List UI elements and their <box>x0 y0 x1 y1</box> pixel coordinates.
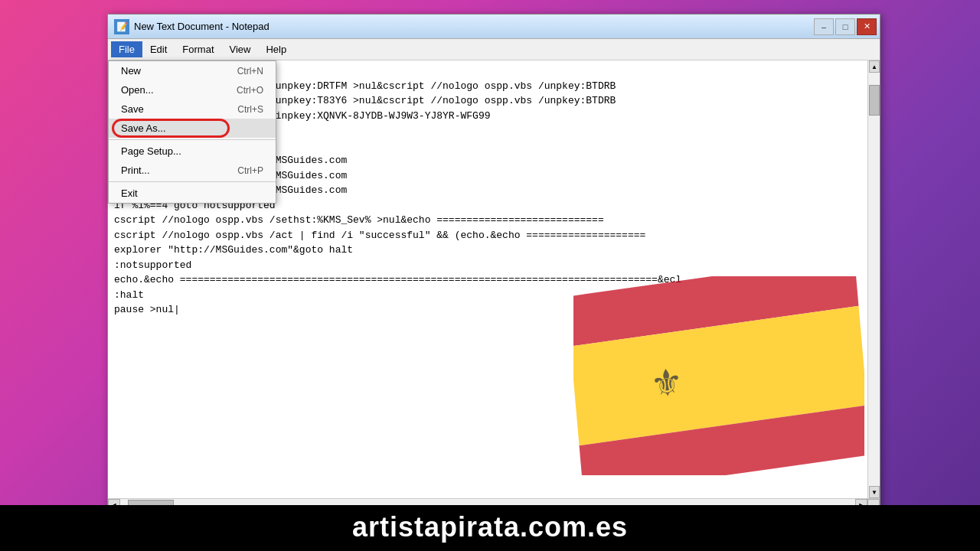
window-title: New Text Document - Notepad <box>134 21 270 32</box>
editor-line: :halt <box>114 288 874 303</box>
maximize-button[interactable]: □ <box>835 18 855 35</box>
editor-line: explorer "http://MSGuides.com"&goto halt <box>114 243 874 258</box>
notepad-window: 📝 New Text Document - Notepad – □ ✕ File… <box>107 14 880 511</box>
menu-edit[interactable]: Edit <box>142 41 175 57</box>
menu-exit[interactable]: Exit <box>109 184 276 203</box>
menu-page-setup[interactable]: Page Setup... <box>109 142 276 161</box>
watermark: artistapirata.com.es <box>0 505 980 551</box>
close-button[interactable]: ✕ <box>857 18 877 35</box>
menu-bar: File Edit Format View Help New Ctrl+N Op… <box>108 39 880 60</box>
scroll-down-arrow[interactable]: ▼ <box>869 486 880 498</box>
scroll-up-arrow[interactable]: ▲ <box>869 60 880 73</box>
separator-2 <box>109 181 276 182</box>
menu-save[interactable]: Save Ctrl+S <box>109 99 276 119</box>
editor-line: cscript //nologo ospp.vbs /sethst:%KMS_S… <box>114 213 874 228</box>
editor-line: pause >nul| <box>114 302 874 318</box>
menu-help[interactable]: Help <box>258 41 294 57</box>
title-bar-left: 📝 New Text Document - Notepad <box>114 19 270 34</box>
menu-open[interactable]: Open... Ctrl+O <box>109 80 276 99</box>
file-dropdown-menu: New Ctrl+N Open... Ctrl+O Save Ctrl+S Sa… <box>108 60 276 204</box>
menu-print[interactable]: Print... Ctrl+P <box>109 161 276 180</box>
menu-save-as[interactable]: Save As... <box>109 119 276 138</box>
title-bar: 📝 New Text Document - Notepad – □ ✕ <box>108 15 880 39</box>
app-icon: 📝 <box>114 19 129 34</box>
vertical-scroll-thumb[interactable] <box>869 85 880 116</box>
menu-view[interactable]: View <box>222 41 259 57</box>
editor-line: cscript //nologo ospp.vbs /act | find /i… <box>114 228 874 243</box>
editor-line: :notsupported <box>114 258 874 273</box>
editor-line: echo.&echo =============================… <box>114 272 874 288</box>
menu-file[interactable]: File <box>111 41 142 57</box>
vertical-scrollbar[interactable]: ▲ ▼ <box>867 60 880 498</box>
menu-format[interactable]: Format <box>175 41 221 57</box>
menu-new[interactable]: New Ctrl+N <box>109 61 276 80</box>
minimize-button[interactable]: – <box>814 18 834 35</box>
separator-1 <box>109 139 276 140</box>
window-controls: – □ ✕ <box>814 18 877 35</box>
